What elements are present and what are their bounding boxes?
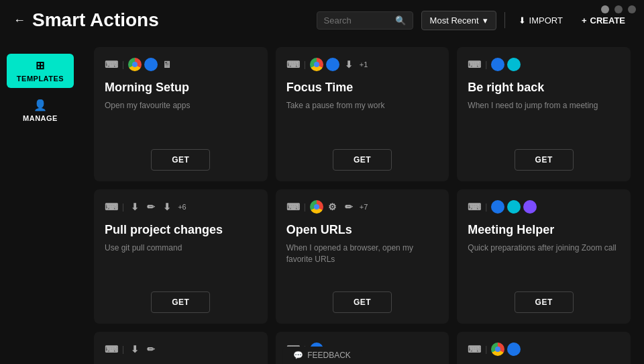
minimize-button[interactable] bbox=[614, 5, 623, 13]
card-icons: ⌨ | bbox=[468, 343, 620, 356]
templates-icon: ⊞ bbox=[36, 59, 45, 72]
chrome-icon bbox=[310, 58, 323, 71]
title-bar: ← Smart Actions 🔍 Most Recent ▾ ⬇ IMPORT… bbox=[0, 0, 644, 40]
title-left: ← Smart Actions bbox=[13, 9, 159, 31]
card-footer: GET bbox=[286, 291, 439, 313]
close-button[interactable] bbox=[601, 5, 609, 13]
separator: | bbox=[304, 60, 306, 69]
badge: +6 bbox=[178, 203, 186, 211]
download-icon-2: ⬇ bbox=[160, 200, 174, 214]
window-controls[interactable] bbox=[601, 5, 636, 13]
search-input[interactable] bbox=[324, 15, 391, 26]
download-icon: ⬇ bbox=[342, 58, 356, 71]
purple-icon bbox=[523, 200, 537, 214]
import-button[interactable]: ⬇ IMPORT bbox=[513, 11, 568, 30]
sort-button[interactable]: Most Recent ▾ bbox=[421, 11, 496, 30]
card-description: Take a pause from my work bbox=[286, 100, 439, 138]
card-description: Open my favourite apps bbox=[105, 100, 257, 138]
card-icons: ⌨ | ⬇ ✏ ⬇ +6 bbox=[105, 200, 257, 214]
card-title: Pull project changes bbox=[105, 223, 257, 237]
page-title: Smart Actions bbox=[32, 9, 159, 31]
card-footer: GET bbox=[468, 149, 620, 171]
search-icon: 🔍 bbox=[395, 15, 406, 26]
get-button[interactable]: GET bbox=[515, 149, 574, 171]
edit-icon: ✏ bbox=[144, 200, 158, 214]
card-icons: ⌨ | 🖥 bbox=[105, 58, 257, 71]
separator: | bbox=[122, 345, 124, 354]
teal-icon bbox=[507, 58, 521, 71]
card-title: Meeting Helper bbox=[468, 223, 620, 237]
card-open-urls: ⌨ | ⚙ ✏ +7 Open URLs When I opened a bro… bbox=[276, 189, 449, 324]
get-button[interactable]: GET bbox=[333, 291, 392, 313]
edit-icon: ✏ bbox=[342, 200, 356, 214]
card-footer: GET bbox=[468, 291, 620, 313]
separator: | bbox=[122, 202, 124, 212]
card-icons: ⌨ | bbox=[468, 58, 620, 71]
manage-icon: 👤 bbox=[34, 99, 48, 111]
maximize-button[interactable] bbox=[628, 5, 636, 13]
card-footer: GET bbox=[105, 149, 257, 171]
sidebar-item-manage[interactable]: 👤 MANAGE bbox=[7, 93, 74, 128]
blue-app-icon bbox=[144, 58, 158, 71]
keyboard-icon: ⌨ bbox=[286, 200, 300, 214]
blue-icon-1 bbox=[491, 200, 504, 214]
back-button[interactable]: ← bbox=[13, 14, 25, 26]
separator: | bbox=[304, 202, 306, 212]
chrome-icon bbox=[128, 58, 142, 71]
card-icons: ⌨ | ⬇ ✏ bbox=[105, 343, 257, 356]
keyboard-icon: ⌨ bbox=[105, 343, 118, 356]
keyboard-icon: ⌨ bbox=[105, 200, 118, 214]
card-description: Quick preparations after joining Zoom ca… bbox=[468, 242, 620, 281]
separator: | bbox=[485, 202, 487, 212]
plus-icon: + bbox=[582, 15, 587, 26]
chrome-icon bbox=[491, 343, 504, 356]
sort-label: Most Recent bbox=[430, 15, 479, 26]
get-button[interactable]: GET bbox=[515, 291, 574, 313]
separator: | bbox=[122, 60, 124, 69]
card-meeting-helper: ⌨ | Meeting Helper Quick preparations af… bbox=[457, 189, 631, 324]
card-icons: ⌨ | ⬇ +1 bbox=[286, 58, 439, 71]
card-icons: ⌨ | bbox=[468, 200, 620, 214]
download-icon-1: ⬇ bbox=[128, 200, 142, 214]
keyboard-icon: ⌨ bbox=[105, 58, 118, 71]
chevron-down-icon: ▾ bbox=[483, 15, 488, 26]
edit-icon: ✏ bbox=[144, 343, 158, 356]
card-focus-time: ⌨ | ⬇ +1 Focus Time Take a pause from my… bbox=[276, 47, 449, 181]
keyboard-icon: ⌨ bbox=[468, 58, 481, 71]
get-button[interactable]: GET bbox=[333, 149, 392, 171]
card-icons: ⌨ | ⚙ ✏ +7 bbox=[286, 200, 439, 214]
main-layout: ⊞ TEMPLATES 👤 MANAGE ⌨ | 🖥 Morning Setup… bbox=[0, 40, 644, 364]
get-button[interactable]: GET bbox=[151, 149, 210, 171]
monitor-icon bbox=[326, 58, 339, 71]
title-right: 🔍 Most Recent ▾ ⬇ IMPORT + CREATE bbox=[317, 11, 631, 30]
feedback-icon: 💬 bbox=[293, 351, 303, 360]
card-title: Be right back bbox=[468, 81, 620, 95]
card-pull-project-changes: ⌨ | ⬇ ✏ ⬇ +6 Pull project changes Use gi… bbox=[94, 189, 268, 324]
search-box[interactable]: 🔍 bbox=[317, 11, 413, 30]
blue-icon bbox=[491, 58, 504, 71]
download-icon: ⬇ bbox=[128, 343, 142, 356]
sidebar: ⊞ TEMPLATES 👤 MANAGE bbox=[0, 40, 80, 364]
download-icon: ⬇ bbox=[519, 15, 526, 26]
badge: +7 bbox=[360, 203, 368, 211]
sidebar-item-templates-label: TEMPLATES bbox=[17, 75, 64, 83]
sidebar-item-templates[interactable]: ⊞ TEMPLATES bbox=[7, 54, 74, 88]
gear-icon: ⚙ bbox=[326, 200, 339, 214]
separator: | bbox=[485, 345, 487, 354]
sidebar-item-manage-label: MANAGE bbox=[23, 114, 58, 122]
create-button[interactable]: + CREATE bbox=[576, 11, 631, 30]
cards-grid: ⌨ | 🖥 Morning Setup Open my favourite ap… bbox=[94, 47, 631, 364]
blue-icon bbox=[507, 343, 521, 356]
divider bbox=[504, 12, 505, 28]
card-morning-setup: ⌨ | 🖥 Morning Setup Open my favourite ap… bbox=[94, 47, 268, 181]
monitor-icon: 🖥 bbox=[160, 58, 174, 71]
keyboard-icon: ⌨ bbox=[468, 200, 481, 214]
chrome-icon bbox=[310, 200, 323, 214]
card-title: Focus Time bbox=[286, 81, 439, 95]
card-be-right-back: ⌨ | Be right back When I need to jump fr… bbox=[457, 47, 631, 181]
card-partial-3: ⌨ | bbox=[457, 332, 631, 364]
card-title: Morning Setup bbox=[105, 81, 257, 95]
get-button[interactable]: GET bbox=[151, 291, 210, 313]
feedback-bar[interactable]: 💬 FEEDBACK bbox=[282, 347, 362, 364]
content-area: ⌨ | 🖥 Morning Setup Open my favourite ap… bbox=[80, 40, 644, 364]
